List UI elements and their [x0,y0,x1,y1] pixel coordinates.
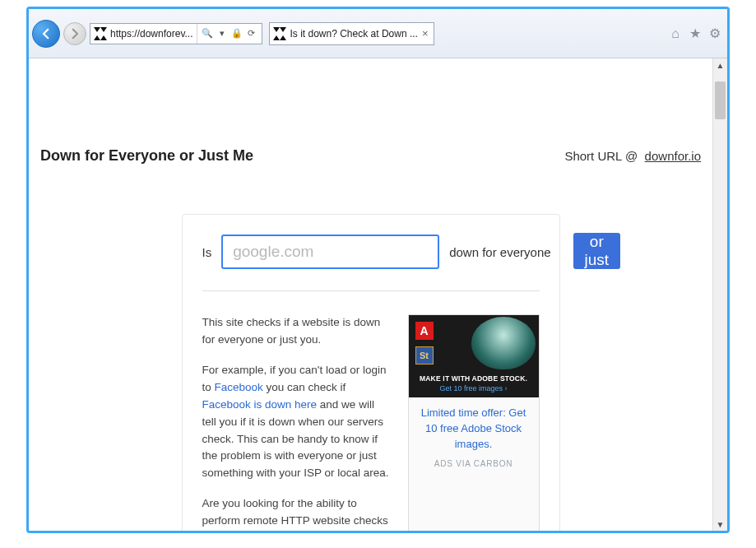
ad-image: A St MAKE IT WITH ADOBE STOCK. Get 10 fr… [409,315,539,397]
tab-title: Is it down? Check at Down ... [290,28,418,39]
carbon-ad[interactable]: A St MAKE IT WITH ADOBE STOCK. Get 10 fr… [408,314,540,531]
nav-back-button[interactable] [32,20,60,48]
gear-icon[interactable]: ⚙ [707,26,722,41]
page-title: Down for Everyone or Just Me [40,147,253,165]
lock-icon: 🔒 [230,27,243,40]
description-text: This site checks if a website is down fo… [202,314,390,531]
check-button[interactable]: or just me ? [573,233,621,269]
refresh-icon[interactable]: ⟳ [245,27,258,40]
favorites-star-icon[interactable]: ★ [688,26,703,41]
address-bar[interactable]: https://downforev... 🔍 ▾ 🔒 ⟳ [90,23,262,44]
browser-tab[interactable]: Is it down? Check at Down ... × [269,22,434,45]
domain-input[interactable] [221,235,439,269]
dropdown-icon[interactable]: ▾ [216,27,229,40]
facebook-link[interactable]: Facebook [215,381,263,393]
facebook-down-link[interactable]: Facebook is down here [202,398,318,411]
check-card: Is down for everyone or just me ? This s… [182,214,560,531]
query-suffix: down for everyone [449,245,550,259]
short-url-link[interactable]: downfor.io [645,149,701,163]
home-icon[interactable]: ⌂ [668,26,683,41]
tab-favicon-icon [273,27,286,40]
ad-headline1: MAKE IT WITH ADOBE STOCK. [420,374,527,383]
browser-chrome: https://downforev... 🔍 ▾ 🔒 ⟳ Is it down?… [29,9,727,58]
short-url-label: Short URL @ [564,149,638,163]
ad-headline2: Get 10 free images › [439,384,507,392]
adobe-logo-icon: A [415,322,434,340]
desc-p2: For example, if you can't load or login … [202,362,390,482]
desc-p1: This site checks if a website is down fo… [202,314,390,349]
scrollbar-thumb[interactable] [715,81,726,119]
ad-attribution[interactable]: ADS VIA CARBON [409,459,539,468]
search-icon[interactable]: 🔍 [201,27,214,40]
scrollbar[interactable]: ▲ ▼ [712,58,727,531]
query-prefix: Is [202,245,212,259]
nav-forward-button[interactable] [63,22,86,45]
scroll-down-icon[interactable]: ▼ [713,518,727,531]
site-favicon-icon [93,26,108,41]
ad-caption[interactable]: Limited time offer: Get 10 free Adobe St… [409,397,539,459]
address-url: https://downforev... [110,28,197,39]
ad-illustration [471,317,536,369]
short-url-section: Short URL @ downfor.io [564,149,701,163]
divider [202,290,540,291]
scroll-up-icon[interactable]: ▲ [713,58,727,72]
adobe-stock-icon: St [415,346,434,365]
tab-close-icon[interactable]: × [422,27,429,39]
desc-p3: Are you looking for the ability to perfo… [202,495,390,531]
